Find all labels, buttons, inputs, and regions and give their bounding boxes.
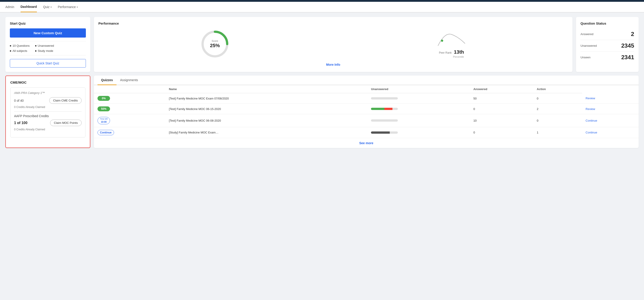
donut-center: Score 25% <box>210 40 220 48</box>
peer-rank-section: Peer Rank 13th Percentile <box>335 30 568 58</box>
quiz-action-3[interactable]: Continue <box>586 119 597 122</box>
quiz-badge-4: Continue <box>98 130 114 135</box>
score-label: Score <box>210 40 220 42</box>
claim-moc-points-button[interactable]: Claim MOC Points <box>50 120 82 126</box>
cme-category-1-row: 0 of 40 Claim CME Credits <box>14 97 82 104</box>
score-value: 25% <box>210 43 220 48</box>
unanswered-row: Unanswered 2345 <box>580 40 634 52</box>
score-section: Score 25% <box>98 28 332 60</box>
performance-card: Performance Score 25% <box>94 17 572 72</box>
nav-bar: Admin Dashboard Quiz ▾ Performance ▾ <box>0 2 644 12</box>
quiz-options: 10 Questions All subjects Unanswered Stu… <box>10 41 86 56</box>
bullet-icon <box>35 50 36 52</box>
bottom-row: CME/MOC AMA PRA Category 1™ 0 of 40 Clai… <box>5 76 639 148</box>
quiz-action-cell-1: Review <box>582 93 639 104</box>
bullet-icon <box>10 45 11 46</box>
cme-title: CME/MOC <box>10 80 86 84</box>
peer-rank-value: 13th <box>454 49 464 55</box>
quiz-answered-2: 2 <box>533 104 582 114</box>
nav-admin[interactable]: Admin <box>5 2 14 12</box>
quiz-badge-cell-4: Continue <box>94 127 165 138</box>
quiz-badge-cell-2: 50% <box>94 104 165 114</box>
peer-rank-label: Peer Rank <box>439 51 452 54</box>
progress-bar-1 <box>371 97 398 100</box>
bullet-icon <box>35 45 36 46</box>
svg-point-2 <box>441 40 443 42</box>
cme-inner: AMA PRA Category 1™ 0 of 40 Claim CME Cr… <box>10 88 86 138</box>
unanswered-label: Unanswered <box>580 44 597 48</box>
quiz-option-questions: 10 Questions <box>10 44 30 48</box>
claim-cme-credits-button[interactable]: Claim CME Credits <box>49 97 82 104</box>
quiz-progress-cell-3 <box>368 114 470 127</box>
quiz-badge-3: Time left 10:00 <box>98 117 110 124</box>
quiz-progress-cell-4 <box>368 127 470 138</box>
unseen-label: Unseen <box>580 56 590 59</box>
answered-row: Answered 2 <box>580 28 634 40</box>
cme-card: CME/MOC AMA PRA Category 1™ 0 of 40 Clai… <box>5 76 90 148</box>
quiz-row-4: Continue [Study] Family Medicine MOC Exa… <box>94 127 639 138</box>
quiz-unanswered-cell-1 <box>368 93 470 104</box>
tab-assignments[interactable]: Assignments <box>116 76 142 85</box>
quick-start-quiz-button[interactable]: Quick Start Quiz <box>10 59 86 68</box>
nav-performance[interactable]: Performance ▾ <box>58 2 78 12</box>
cme-category-2-credits: 0 Credits Already Claimed <box>14 128 82 131</box>
progress-red-2 <box>384 108 392 110</box>
see-more-link[interactable]: See more <box>94 138 639 148</box>
answered-label: Answered <box>580 32 594 36</box>
main-content: Start Quiz New Custom Quiz 10 Questions … <box>0 12 644 152</box>
quiz-unanswered-3: 10 <box>470 114 533 127</box>
quiz-table: Name Unanswered Answered Action 0% [Test… <box>94 85 639 138</box>
quizzes-card: Quizzes Assignments Name Unanswered Answ… <box>94 76 639 148</box>
new-custom-quiz-button[interactable]: New Custom Quiz <box>10 28 86 38</box>
quiz-option-subjects: All subjects <box>10 49 30 52</box>
unanswered-value: 2345 <box>621 42 634 49</box>
quiz-action-cell-4: Continue <box>582 127 639 138</box>
more-info-link[interactable]: More Info <box>98 63 568 66</box>
col-badge <box>94 85 165 93</box>
time-left-label: Time left <box>100 118 108 120</box>
nav-quiz[interactable]: Quiz ▾ <box>43 2 52 12</box>
quiz-badge-1: 0% <box>98 96 110 101</box>
quiz-unanswered-1: 50 <box>470 93 533 104</box>
start-quiz-title: Start Quiz <box>10 22 86 25</box>
question-status-card: Question Status Answered 2 Unanswered 23… <box>576 17 639 72</box>
tab-quizzes[interactable]: Quizzes <box>98 76 116 85</box>
unseen-row: Unseen 2341 <box>580 52 634 63</box>
quiz-unanswered-4: 0 <box>470 127 533 138</box>
time-left-value: 10:00 <box>101 120 107 124</box>
tabs-bar: Quizzes Assignments <box>94 76 639 85</box>
cme-category-2-label: AAFP Prescribed Credits <box>14 114 82 118</box>
cme-category-1-label: AMA PRA Category 1™ <box>14 91 82 94</box>
quiz-row-2: 50% [Test] Family Medicine MOC 06-15-202… <box>94 104 639 114</box>
nav-dashboard[interactable]: Dashboard <box>20 2 37 12</box>
quiz-option-col-1: 10 Questions All subjects <box>10 44 30 52</box>
peer-rank-info: Peer Rank 13th Percentile <box>439 49 464 58</box>
progress-dark-4 <box>371 132 390 134</box>
bullet-icon <box>10 50 11 52</box>
quiz-unanswered-2: 0 <box>470 104 533 114</box>
cme-category-1-count: 0 of 40 <box>14 99 24 102</box>
quiz-row-1: 0% [Test] Family Medicine MOC Exam 07/08… <box>94 93 639 104</box>
quiz-answered-4: 1 <box>533 127 582 138</box>
col-unanswered: Unanswered <box>368 85 470 93</box>
quiz-action-2[interactable]: Review <box>586 107 595 111</box>
progress-bar-3 <box>371 119 398 122</box>
quiz-action-4[interactable]: Continue <box>586 131 597 134</box>
quiz-action-cell-3: Continue <box>582 114 639 127</box>
col-name: Name <box>165 85 368 93</box>
quiz-option-unanswered: Unanswered <box>35 44 54 48</box>
performance-inner: Score 25% Peer Rank 13th <box>98 28 568 60</box>
quiz-name-4: [Study] Family Medicine MOC Exam… <box>165 127 368 138</box>
progress-bar-4 <box>371 132 398 134</box>
progress-bar-2 <box>371 108 398 110</box>
quiz-name-1: [Test] Family Medicine MOC Exam 07/08/20… <box>165 93 368 104</box>
answered-value: 2 <box>631 31 634 38</box>
quiz-action-1[interactable]: Review <box>586 96 595 100</box>
donut-chart: Score 25% <box>199 28 230 60</box>
top-row: Start Quiz New Custom Quiz 10 Questions … <box>5 17 639 72</box>
col-answered: Answered <box>470 85 533 93</box>
quiz-row-3: Time left 10:00 [Test] Family Medicine M… <box>94 114 639 127</box>
question-status-title: Question Status <box>580 22 634 25</box>
quiz-badge-cell-1: 0% <box>94 93 165 104</box>
performance-chevron-icon: ▾ <box>77 6 78 8</box>
